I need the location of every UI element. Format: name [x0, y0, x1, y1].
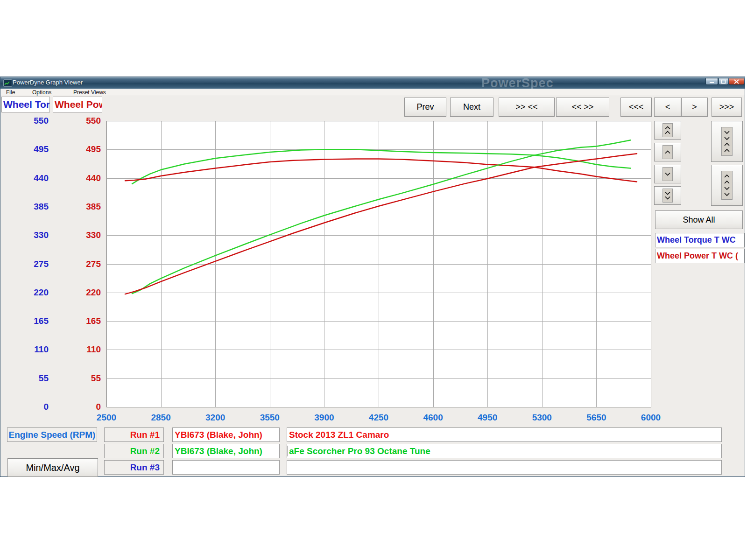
torque-tick-330: 330 — [7, 230, 49, 241]
scroll-double-up-button[interactable] — [654, 121, 681, 140]
torque-tick-220: 220 — [7, 287, 49, 298]
run-driver-1[interactable]: YBI673 (Blake, John) — [172, 427, 280, 442]
scroll-up-button[interactable] — [654, 143, 681, 161]
show-all-button[interactable]: Show All — [655, 210, 743, 229]
rpm-tick-3900: 3900 — [301, 413, 347, 422]
zoom-in-x-button[interactable]: >> << — [499, 98, 555, 117]
rpm-tick-2850: 2850 — [138, 413, 184, 422]
power-tick-275: 275 — [59, 259, 101, 270]
title-bar: PowerDyne Graph Viewer PowerSpec — [0, 77, 745, 89]
powerspec-watermark: PowerSpec — [481, 77, 677, 89]
window-title: PowerDyne Graph Viewer — [13, 79, 83, 86]
legend-wheel-power[interactable]: Wheel Power T WC ( — [655, 249, 745, 263]
rpm-tick-5300: 5300 — [519, 413, 565, 422]
torque-tick-495: 495 — [7, 144, 49, 155]
app-window: PowerDyne Graph Viewer PowerSpec FileOpt… — [0, 77, 745, 477]
power-tick-550: 550 — [59, 115, 101, 126]
run-label-1: Run #1 — [104, 427, 164, 442]
rpm-tick-4250: 4250 — [355, 413, 402, 422]
run-driver-3[interactable] — [172, 460, 280, 475]
wheel-torque-axis-box[interactable]: Wheel Torq — [1, 97, 50, 112]
rpm-tick-4950: 4950 — [464, 413, 511, 422]
run-label-3: Run #3 — [104, 460, 164, 475]
torque-tick-275: 275 — [7, 259, 49, 270]
run-description-1[interactable]: Stock 2013 ZL1 Camaro — [287, 427, 722, 442]
scroll-far-right-button[interactable]: >>> — [712, 98, 742, 117]
power-tick-55: 55 — [59, 373, 101, 384]
close-button[interactable] — [729, 78, 744, 85]
menu-item-options[interactable]: Options — [30, 89, 53, 96]
expand-vertical-button[interactable] — [711, 165, 743, 206]
app-icon — [3, 79, 12, 87]
rpm-tick-5650: 5650 — [573, 413, 620, 422]
power-tick-110: 110 — [59, 344, 101, 355]
run-label-2: Run #2 — [104, 444, 164, 458]
engine-speed-label: Engine Speed (RPM) — [7, 427, 97, 442]
run-description-3[interactable] — [287, 460, 722, 475]
next-button[interactable]: Next — [450, 98, 493, 117]
rpm-tick-2500: 2500 — [83, 413, 130, 422]
page: PowerDyne Graph Viewer PowerSpec FileOpt… — [0, 0, 747, 560]
scroll-double-down-button[interactable] — [654, 186, 681, 205]
minimize-button[interactable] — [705, 78, 718, 85]
scroll-far-left-button[interactable]: <<< — [620, 98, 652, 117]
power-tick-330: 330 — [59, 230, 101, 241]
rpm-tick-3550: 3550 — [247, 413, 293, 422]
torque-tick-165: 165 — [7, 315, 49, 327]
torque-tick-550: 550 — [7, 115, 49, 126]
torque-tick-0: 0 — [7, 401, 49, 413]
scroll-down-button[interactable] — [654, 165, 681, 183]
wheel-power-axis-box[interactable]: Wheel Pow — [53, 97, 102, 112]
menu-bar: FileOptionsPreset Views — [0, 89, 745, 96]
min-max-avg-button[interactable]: Min/Max/Avg — [7, 458, 98, 477]
rpm-tick-3200: 3200 — [192, 413, 239, 422]
run-description-2[interactable]: aFe Scorcher Pro 93 Octane Tune — [287, 444, 722, 458]
power-tick-165: 165 — [59, 315, 101, 327]
scroll-right-button[interactable]: > — [681, 98, 708, 117]
menu-item-preset-views[interactable]: Preset Views — [71, 89, 108, 96]
dyno-chart — [106, 121, 651, 407]
collapse-vertical-button[interactable] — [711, 121, 743, 162]
menu-item-file[interactable]: File — [4, 89, 17, 96]
run-driver-2[interactable]: YBI673 (Blake, John) — [172, 444, 280, 458]
power-tick-0: 0 — [59, 401, 101, 413]
rpm-tick-4600: 4600 — [410, 413, 457, 422]
prev-button[interactable]: Prev — [404, 98, 446, 117]
torque-tick-55: 55 — [7, 373, 49, 384]
rpm-tick-6000: 6000 — [627, 413, 674, 422]
power-tick-220: 220 — [59, 287, 101, 298]
torque-tick-110: 110 — [7, 344, 49, 355]
power-tick-440: 440 — [59, 173, 101, 184]
scroll-left-button[interactable]: < — [654, 98, 681, 117]
power-tick-385: 385 — [59, 201, 101, 212]
text-caret — [288, 446, 288, 456]
torque-tick-385: 385 — [7, 201, 49, 212]
maximize-button[interactable] — [719, 78, 728, 85]
power-tick-495: 495 — [59, 144, 101, 155]
legend-wheel-torque[interactable]: Wheel Torque T WC — [655, 233, 745, 247]
zoom-out-x-button[interactable]: << >> — [556, 98, 609, 117]
torque-tick-440: 440 — [7, 173, 49, 184]
